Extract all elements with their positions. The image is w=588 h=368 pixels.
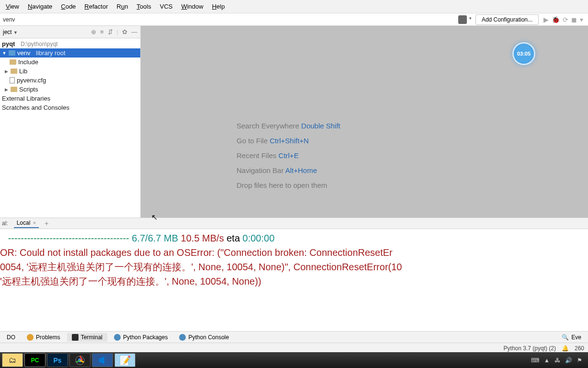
new-terminal-tab[interactable]: + <box>45 219 48 227</box>
tray-keyboard-icon[interactable]: ⌨ <box>531 357 539 364</box>
project-tree[interactable]: pyqt D:\python\pyqt ▼ venv library root … <box>0 38 140 218</box>
menu-tools[interactable]: Tools <box>133 1 155 12</box>
event-log-icon[interactable]: 🔍 Eve <box>557 333 586 342</box>
stop-icon[interactable]: ◼ <box>571 16 577 23</box>
menu-code[interactable]: Code <box>57 1 79 12</box>
tray-sound-icon[interactable]: 🔊 <box>565 357 572 364</box>
terminal-output[interactable]: -------------------------------------- 6… <box>0 229 588 331</box>
tray-up-icon[interactable]: ▲ <box>544 357 550 364</box>
run-icon[interactable]: ▶ <box>543 16 549 23</box>
terminal-tabs: al: Local × + <box>0 218 588 229</box>
taskbar-chrome[interactable] <box>69 353 90 367</box>
tree-external-libraries[interactable]: External Libraries <box>0 94 140 103</box>
status-column: 260 <box>575 345 584 352</box>
menu-navigate[interactable]: Navigate <box>24 1 56 12</box>
taskbar-vscode[interactable] <box>92 353 113 367</box>
tree-include[interactable]: Include <box>0 58 140 67</box>
help-drop-files: Drop files here to open them <box>237 181 340 189</box>
system-tray[interactable]: ⌨ ▲ 🖧 🔊 ⚑ <box>531 357 586 364</box>
close-icon[interactable]: × <box>33 220 36 226</box>
tree-pyvenv-cfg[interactable]: pyvenv.cfg <box>0 76 140 85</box>
menu-view[interactable]: VViewiew <box>2 1 23 12</box>
settings-icon[interactable]: ✿ <box>122 28 127 35</box>
menu-window[interactable]: Window <box>177 1 207 12</box>
tree-root[interactable]: pyqt D:\python\pyqt <box>0 39 140 48</box>
tree-scratches[interactable]: Scratches and Consoles <box>0 103 140 112</box>
hide-icon[interactable]: — <box>131 28 137 35</box>
taskbar-photoshop[interactable]: Ps <box>47 353 68 367</box>
windows-taskbar: 🗂 PC Ps 📝 ⌨ ▲ 🖧 🔊 ⚑ <box>0 352 588 368</box>
tree-scripts[interactable]: ▶Scripts <box>0 85 140 94</box>
taskbar-pycharm[interactable]: PC <box>24 353 45 367</box>
add-configuration-button[interactable]: Add Configuration... <box>475 14 539 25</box>
help-nav-bar: Navigation Bar Alt+Home <box>237 166 340 174</box>
tree-venv[interactable]: ▼ venv library root <box>0 48 140 58</box>
status-bar: Python 3.7 (pyqt) (2) 🔔 260 <box>0 343 588 353</box>
help-recent-files: Recent Files Ctrl+E <box>237 151 340 160</box>
debug-icon[interactable]: 🐞 <box>552 16 560 23</box>
status-notification-icon[interactable]: 🔔 <box>562 345 569 352</box>
taskbar-notepad[interactable]: 📝 <box>114 353 136 367</box>
taskbar-file-explorer[interactable]: 🗂 <box>2 353 23 367</box>
tool-window-bar: DO Problems Terminal Python Packages Pyt… <box>0 331 588 343</box>
timer-widget[interactable]: 03:05 <box>512 42 535 65</box>
tree-lib[interactable]: ▶Lib <box>0 67 140 76</box>
collapse-all-icon[interactable]: ⇵ <box>108 28 113 35</box>
menu-vcs[interactable]: VCS <box>156 1 177 12</box>
status-interpreter[interactable]: Python 3.7 (pyqt) (2) <box>504 345 556 352</box>
help-search: Search Everywhere Double Shift <box>237 122 340 130</box>
terminal-label: al: <box>2 220 8 227</box>
user-icon[interactable] <box>458 15 467 24</box>
main-menu-bar: VViewiew Navigate Code Refactor Run Tool… <box>0 0 588 13</box>
expand-all-icon[interactable]: ≡ <box>100 28 104 35</box>
tab-terminal[interactable]: Terminal <box>67 333 107 342</box>
more-icon[interactable]: ▾ <box>580 16 583 23</box>
menu-refactor[interactable]: Refactor <box>80 1 112 12</box>
locate-icon[interactable]: ⊕ <box>91 28 96 35</box>
editor-empty-state: Search Everywhere Double Shift Go to Fil… <box>141 26 588 218</box>
breadcrumb[interactable]: venv <box>3 16 458 23</box>
navigation-bar: venv Add Configuration... ▶ 🐞 ⟳ ◼ ▾ <box>0 13 588 26</box>
terminal-tab-local[interactable]: Local × <box>14 218 39 228</box>
coverage-icon[interactable]: ⟳ <box>563 16 568 23</box>
tab-python-packages[interactable]: Python Packages <box>109 333 172 342</box>
menu-help[interactable]: Help <box>208 1 229 12</box>
help-goto-file: Go to File Ctrl+Shift+N <box>237 137 340 145</box>
project-tool-window: ject ▼ ⊕ ≡ ⇵ | ✿ — pyqt D:\python\pyqt ▼… <box>0 26 141 218</box>
menu-run[interactable]: Run <box>113 1 132 12</box>
tab-todo[interactable]: DO <box>2 333 20 342</box>
tray-network-icon[interactable]: 🖧 <box>554 357 560 364</box>
tab-problems[interactable]: Problems <box>22 333 65 342</box>
tray-flag-icon[interactable]: ⚑ <box>577 357 582 364</box>
tab-python-console[interactable]: Python Console <box>174 333 234 342</box>
